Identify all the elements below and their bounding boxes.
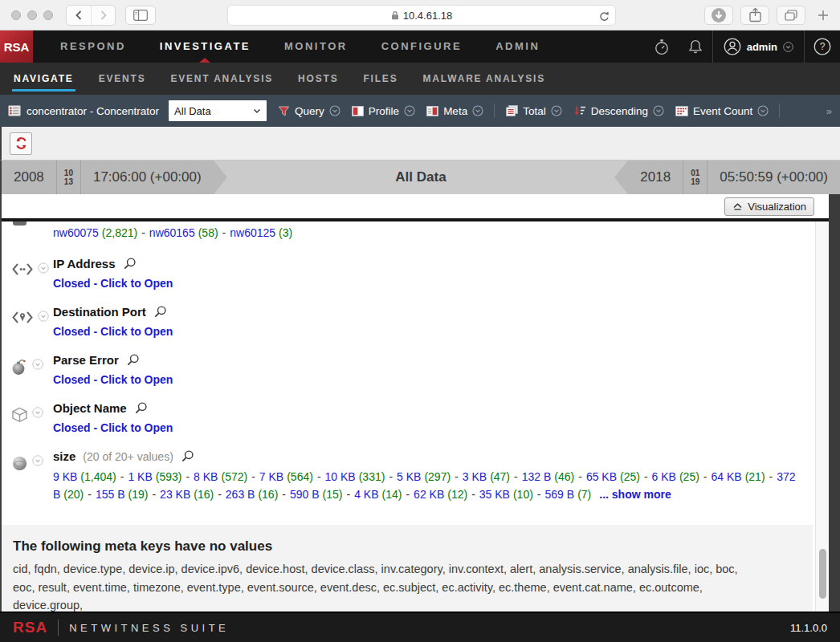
downloads-button[interactable] bbox=[704, 6, 733, 25]
meta-value-link[interactable]: 6 KB bbox=[652, 470, 676, 483]
meta-value-link[interactable]: nw60165 bbox=[149, 226, 195, 239]
jobs-stopwatch-icon[interactable] bbox=[645, 39, 679, 55]
start-month-day[interactable]: 10 13 bbox=[56, 160, 80, 194]
zoom-window-button[interactable] bbox=[43, 10, 53, 20]
magnifier-icon[interactable] bbox=[181, 449, 194, 463]
meta-value-count[interactable]: (7) bbox=[577, 488, 591, 501]
meta-value-count[interactable]: (2,821) bbox=[102, 226, 137, 239]
meta-value-count[interactable]: (21) bbox=[745, 470, 765, 483]
meta-value-count[interactable]: (15) bbox=[323, 488, 343, 501]
start-time[interactable]: 17:06:00 (+00:00) bbox=[80, 160, 214, 194]
minimize-window-button[interactable] bbox=[27, 10, 37, 20]
meta-value-link[interactable]: 3 KB bbox=[463, 470, 487, 483]
meta-chevron-down-icon[interactable] bbox=[32, 359, 43, 370]
toolbar-menu-profile[interactable]: Profile bbox=[352, 105, 415, 117]
magnifier-icon[interactable] bbox=[123, 257, 137, 270]
subnav-item-events[interactable]: EVENTS bbox=[99, 73, 146, 84]
toolbar-menu-query[interactable]: Query bbox=[278, 105, 340, 117]
meta-value-link[interactable]: 64 KB bbox=[712, 470, 742, 483]
chevron-down-circle-icon[interactable] bbox=[551, 105, 562, 116]
meta-value-count[interactable]: (3) bbox=[279, 226, 292, 239]
nav-item-admin[interactable]: ADMIN bbox=[479, 30, 557, 63]
meta-key-open-link[interactable]: Closed - Click to Open bbox=[53, 373, 173, 386]
meta-value-count[interactable]: (14) bbox=[382, 488, 402, 501]
share-button[interactable] bbox=[740, 6, 769, 25]
meta-key-title[interactable]: IP Address bbox=[53, 257, 116, 270]
meta-value-link[interactable]: 569 B bbox=[545, 488, 575, 501]
sidebar-toggle-button[interactable] bbox=[125, 6, 156, 25]
meta-value-link[interactable]: nw60075 bbox=[53, 226, 99, 239]
meta-value-link[interactable]: 590 B bbox=[290, 488, 320, 501]
nav-item-respond[interactable]: RESPOND bbox=[43, 30, 143, 63]
user-menu[interactable]: admin bbox=[713, 38, 804, 55]
meta-value-link[interactable]: 23 KB bbox=[160, 488, 190, 501]
meta-value-count[interactable]: (16) bbox=[194, 488, 214, 501]
scrollbar-thumb[interactable] bbox=[819, 549, 826, 599]
meta-value-count[interactable]: (47) bbox=[490, 470, 510, 483]
meta-key-open-link[interactable]: Closed - Click to Open bbox=[53, 277, 173, 290]
meta-value-count[interactable]: (331) bbox=[359, 470, 385, 483]
meta-value-count[interactable]: (10) bbox=[513, 488, 533, 501]
subnav-item-files[interactable]: FILES bbox=[363, 73, 398, 84]
close-window-button[interactable] bbox=[11, 10, 21, 20]
end-time[interactable]: 05:50:59 (+00:00) bbox=[707, 160, 840, 194]
notifications-bell-icon[interactable] bbox=[679, 39, 712, 55]
meta-value-count[interactable]: (297) bbox=[424, 470, 451, 483]
meta-value-link[interactable]: 132 B bbox=[522, 470, 552, 483]
meta-key-title[interactable]: size bbox=[53, 449, 75, 463]
meta-key-open-link[interactable]: Closed - Click to Open bbox=[53, 421, 173, 434]
end-month-day[interactable]: 01 19 bbox=[683, 160, 707, 194]
meta-value-link[interactable]: 7 KB bbox=[259, 470, 283, 483]
chevron-down-circle-icon[interactable] bbox=[404, 105, 415, 116]
vertical-scrollbar[interactable] bbox=[815, 221, 829, 612]
subnav-item-event-analysis[interactable]: EVENT ANALYSIS bbox=[170, 73, 273, 84]
meta-value-count[interactable]: (572) bbox=[221, 470, 247, 483]
toolbar-menu-event-count[interactable]: Event Count bbox=[675, 105, 769, 117]
toolbar-menu-total[interactable]: Total bbox=[506, 105, 562, 117]
meta-value-link[interactable]: 263 B bbox=[226, 488, 255, 501]
device-breadcrumb[interactable]: concentrator - Concentrator bbox=[8, 105, 159, 117]
visualization-toggle-button[interactable]: Visualization bbox=[724, 197, 814, 216]
nav-item-monitor[interactable]: MONITOR bbox=[267, 30, 365, 63]
meta-value-link[interactable]: 35 KB bbox=[479, 488, 510, 501]
meta-key-title[interactable]: Object Name bbox=[53, 401, 127, 415]
meta-value-count[interactable]: (25) bbox=[679, 470, 699, 483]
meta-key-title[interactable]: Parse Error bbox=[53, 353, 119, 367]
meta-chevron-down-icon[interactable] bbox=[38, 311, 49, 322]
subnav-item-hosts[interactable]: HOSTS bbox=[298, 73, 338, 84]
meta-value-link[interactable]: 1 KB bbox=[128, 470, 152, 483]
new-tab-button[interactable] bbox=[813, 5, 834, 26]
meta-value-count[interactable]: (20) bbox=[63, 488, 84, 501]
show-more-link[interactable]: ... show more bbox=[599, 488, 671, 501]
meta-chevron-down-icon[interactable] bbox=[32, 407, 43, 418]
chevron-down-circle-icon[interactable] bbox=[472, 105, 483, 116]
meta-value-count[interactable]: (12) bbox=[447, 488, 467, 501]
magnifier-icon[interactable] bbox=[126, 353, 140, 367]
reload-icon[interactable] bbox=[598, 10, 610, 22]
nav-item-investigate[interactable]: INVESTIGATE bbox=[143, 30, 267, 63]
chevron-down-circle-icon[interactable] bbox=[653, 105, 664, 116]
meta-value-link[interactable]: 5 KB bbox=[397, 470, 421, 483]
meta-value-count[interactable]: (16) bbox=[258, 488, 278, 501]
meta-value-count[interactable]: (593) bbox=[156, 470, 182, 483]
toolbar-menu-descending[interactable]: Descending bbox=[573, 105, 664, 117]
tab-overview-button[interactable] bbox=[777, 6, 805, 25]
browser-forward-button[interactable] bbox=[91, 6, 115, 25]
meta-key-title[interactable]: Destination Port bbox=[53, 305, 146, 319]
meta-value-count[interactable]: (25) bbox=[620, 470, 640, 483]
toolbar-menu-meta[interactable]: Meta bbox=[426, 105, 483, 117]
rsa-logo[interactable]: RSA bbox=[0, 30, 33, 63]
meta-value-count[interactable]: (58) bbox=[198, 226, 218, 239]
meta-value-count[interactable]: (19) bbox=[128, 488, 149, 501]
subnav-item-navigate[interactable]: NAVIGATE bbox=[14, 73, 74, 84]
meta-value-count[interactable]: (46) bbox=[554, 470, 574, 483]
meta-value-link[interactable]: 65 KB bbox=[586, 470, 617, 483]
end-year[interactable]: 2018 bbox=[628, 160, 683, 194]
meta-value-link[interactable]: 10 KB bbox=[325, 470, 356, 483]
magnifier-icon[interactable] bbox=[153, 305, 167, 319]
meta-value-link[interactable]: 8 KB bbox=[194, 470, 218, 483]
meta-value-link[interactable]: 155 B bbox=[96, 488, 125, 501]
start-year[interactable]: 2008 bbox=[2, 160, 56, 194]
time-range-select[interactable]: All Data bbox=[169, 100, 267, 121]
toolbar-overflow-indicator[interactable]: » bbox=[826, 105, 832, 117]
